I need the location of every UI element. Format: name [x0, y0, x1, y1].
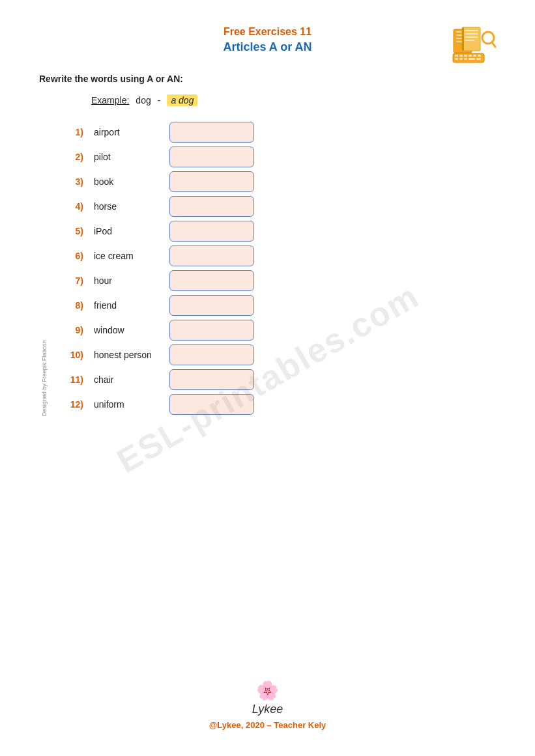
answer-box[interactable]	[169, 295, 254, 316]
answer-box[interactable]	[169, 369, 254, 390]
svg-rect-6	[465, 30, 478, 31]
answer-box[interactable]	[169, 221, 254, 242]
svg-rect-19	[459, 58, 463, 60]
svg-rect-22	[476, 58, 481, 60]
svg-rect-12	[455, 55, 458, 57]
exercise-row: 8)friend	[65, 295, 496, 316]
item-word: iPod	[94, 226, 159, 236]
exercise-row: 1)airport	[65, 122, 496, 143]
header-icon-area	[450, 26, 496, 68]
footer-logo: 🌸 Lykee	[252, 680, 283, 716]
instructions-text: Rewrite the words using A or AN:	[39, 74, 496, 84]
exercise-row: 11)chair	[65, 369, 496, 390]
answer-box[interactable]	[169, 196, 254, 217]
item-number: 2)	[65, 152, 83, 162]
answer-box[interactable]	[169, 171, 254, 192]
exercise-row: 5)iPod	[65, 221, 496, 242]
item-number: 1)	[65, 127, 83, 137]
svg-rect-20	[464, 58, 467, 60]
footer-credit: @Lykee, 2020 – Teacher Kely	[209, 720, 326, 730]
svg-line-24	[492, 42, 495, 47]
answer-box[interactable]	[169, 270, 254, 291]
exercise-list: 1)airport2)pilot3)book4)horse5)iPod6)ice…	[39, 122, 496, 415]
item-number: 3)	[65, 176, 83, 187]
header-titles: Free Exercises 11 Articles A or AN	[223, 26, 311, 54]
svg-rect-9	[465, 40, 474, 41]
exercise-title: Articles A or AN	[223, 40, 311, 54]
item-number: 4)	[65, 201, 83, 212]
item-word: airport	[94, 127, 159, 137]
svg-rect-18	[455, 58, 458, 60]
exercise-row: 2)pilot	[65, 147, 496, 167]
example-answer: a dog	[167, 94, 197, 106]
item-word: window	[94, 325, 159, 335]
header: Free Exercises 11 Articles A or AN	[39, 26, 496, 54]
exercise-row: 3)book	[65, 171, 496, 192]
exercise-row: 4)horse	[65, 196, 496, 217]
svg-rect-15	[469, 55, 472, 57]
exercise-row: 6)ice cream	[65, 245, 496, 266]
exercise-row: 7)hour	[65, 270, 496, 291]
item-number: 11)	[65, 374, 83, 385]
item-word: book	[94, 176, 159, 187]
item-word: horse	[94, 201, 159, 212]
footer: 🌸 Lykee @Lykee, 2020 – Teacher Kely	[209, 660, 326, 730]
exercise-row: 9)window	[65, 320, 496, 341]
item-number: 9)	[65, 325, 83, 335]
answer-box[interactable]	[169, 344, 254, 365]
brand-name: Lykee	[252, 703, 283, 716]
item-word: hour	[94, 275, 159, 286]
svg-rect-7	[465, 33, 478, 35]
item-number: 8)	[65, 300, 83, 311]
svg-rect-10	[462, 27, 464, 51]
item-number: 7)	[65, 275, 83, 286]
side-text: Designed by Freepik Flaticon	[41, 340, 48, 416]
answer-box[interactable]	[169, 320, 254, 341]
example-word: dog	[136, 95, 151, 105]
page: Designed by Freepik Flaticon ESL-printab…	[0, 0, 535, 756]
item-word: uniform	[94, 399, 159, 410]
item-word: honest person	[94, 350, 159, 360]
exercise-row: 12)uniform	[65, 394, 496, 415]
item-number: 5)	[65, 226, 83, 236]
example-dash: -	[158, 95, 161, 105]
example-row: Example: dog - a dog	[39, 94, 496, 106]
item-word: chair	[94, 374, 159, 385]
item-word: friend	[94, 300, 159, 311]
answer-box[interactable]	[169, 245, 254, 266]
flower-icon: 🌸	[256, 680, 279, 701]
item-number: 10)	[65, 350, 83, 360]
item-word: pilot	[94, 152, 159, 162]
svg-rect-8	[465, 36, 478, 38]
exercise-row: 10)honest person	[65, 344, 496, 365]
answer-box[interactable]	[169, 147, 254, 167]
svg-rect-13	[459, 55, 463, 57]
svg-rect-21	[469, 58, 475, 60]
answer-box[interactable]	[169, 394, 254, 415]
item-word: ice cream	[94, 251, 159, 261]
exercise-subtitle: Free Exercises 11	[224, 26, 311, 38]
svg-rect-17	[478, 55, 481, 57]
svg-rect-16	[473, 55, 476, 57]
item-number: 6)	[65, 251, 83, 261]
svg-rect-14	[464, 55, 467, 57]
book-icon	[450, 26, 496, 65]
item-number: 12)	[65, 399, 83, 410]
example-label: Example:	[91, 95, 129, 105]
answer-box[interactable]	[169, 122, 254, 143]
